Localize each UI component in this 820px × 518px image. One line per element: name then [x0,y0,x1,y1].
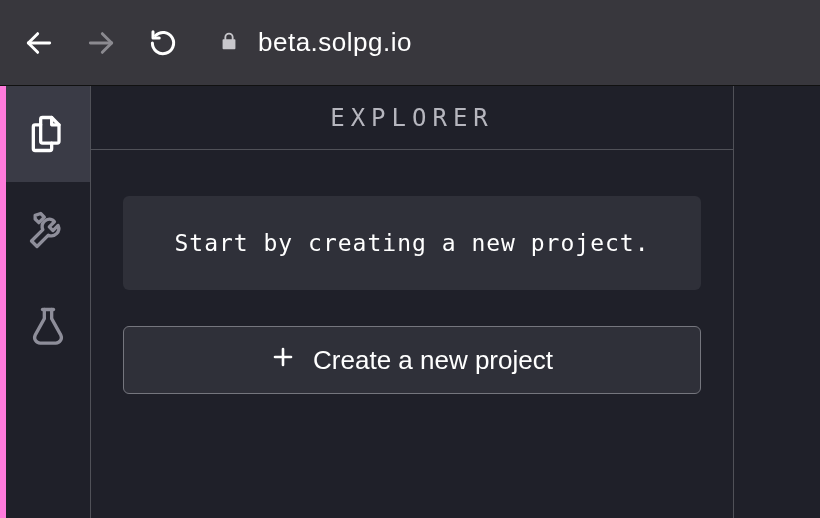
lock-icon [218,30,240,56]
rail-tools[interactable] [6,182,90,278]
reload-button[interactable] [146,26,180,60]
plus-icon [271,345,295,376]
explorer-body: Start by creating a new project. Create … [91,150,733,440]
activity-rail [6,86,90,518]
create-project-label: Create a new project [313,345,553,376]
explorer-panel: EXPLORER Start by creating a new project… [90,86,734,518]
nav-buttons [22,26,180,60]
address-bar[interactable]: beta.solpg.io [218,27,412,58]
url-text: beta.solpg.io [258,27,412,58]
editor-gutter [734,86,820,518]
explorer-title: EXPLORER [91,86,733,150]
rail-tests[interactable] [6,278,90,374]
empty-state-hint: Start by creating a new project. [123,196,701,290]
back-button[interactable] [22,26,56,60]
create-project-button[interactable]: Create a new project [123,326,701,394]
workspace: EXPLORER Start by creating a new project… [0,86,820,518]
forward-button[interactable] [84,26,118,60]
browser-toolbar: beta.solpg.io [0,0,820,86]
rail-explorer[interactable] [6,86,90,182]
